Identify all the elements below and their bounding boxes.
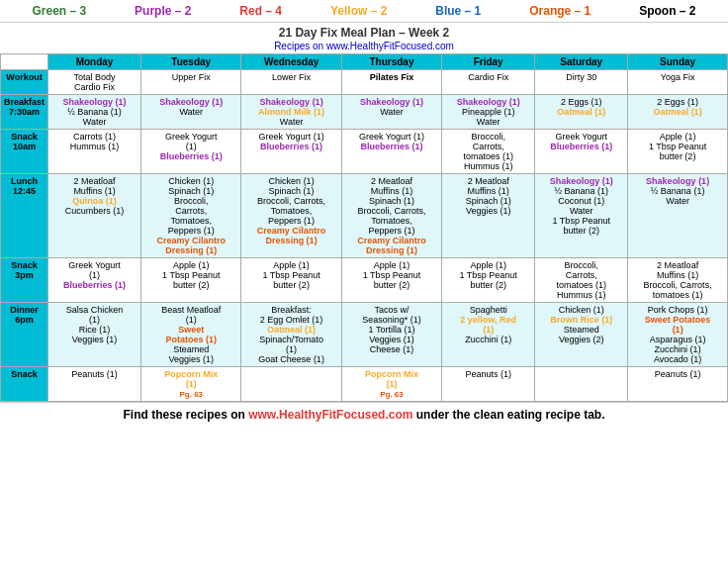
legend-green: Green – 3	[32, 4, 86, 18]
row-label-breakfast: Breakfast7:30am	[1, 95, 48, 130]
legend-yellow: Yellow – 2	[330, 4, 387, 18]
header-saturday: Saturday	[535, 54, 628, 70]
thu-dinner: Tacos w/Seasoning* (1)1 Tortilla (1)Vegg…	[341, 303, 441, 367]
header-friday: Friday	[442, 54, 535, 70]
legend-orange: Orange – 1	[529, 4, 591, 18]
table-row: Snack3pm Greek Yogurt(1) Blueberries (1)…	[1, 258, 728, 303]
wed-breakfast: Shakeology (1) Almond Milk (1) Water	[241, 95, 341, 130]
sat-snack1: Greek Yogurt Blueberries (1)	[535, 130, 628, 174]
tue-breakfast: Shakeology (1) Water	[141, 95, 241, 130]
wed-snack1: Greek Yogurt (1) Blueberries (1)	[241, 130, 341, 174]
table-row: Dinner6pm Salsa Chicken(1)Rice (1)Veggie…	[1, 303, 728, 367]
row-label-dinner: Dinner6pm	[1, 303, 48, 367]
sun-snack1: Apple (1)1 Tbsp Peanutbutter (2)	[628, 130, 728, 174]
header-thursday: Thursday	[341, 54, 441, 70]
thu-snack3: Popcorn Mix(1) Pg. 63	[341, 367, 441, 402]
footer-link[interactable]: www.HealthyFitFocused.com	[248, 408, 412, 422]
legend-blue: Blue – 1	[435, 4, 481, 18]
sun-workout: Yoga Fix	[628, 70, 728, 95]
row-label-workout: Workout	[1, 70, 48, 95]
fri-snack2: Apple (1)1 Tbsp Peanutbutter (2)	[442, 258, 535, 303]
wed-lunch: Chicken (1)Spinach (1)Broccoli, Carrots,…	[241, 174, 341, 258]
legend-row: Green – 3 Purple – 2 Red – 4 Yellow – 2 …	[0, 0, 728, 23]
tue-dinner: Beast Meatloaf(1) SweetPotatoes (1) Stea…	[141, 303, 241, 367]
tue-workout: Upper Fix	[141, 70, 241, 95]
row-label-snack3: Snack	[1, 367, 48, 402]
mon-dinner: Salsa Chicken(1)Rice (1)Veggies (1)	[48, 303, 141, 367]
header-wednesday: Wednesday	[241, 54, 341, 70]
row-label-lunch: Lunch12:45	[1, 174, 48, 258]
header-sunday: Sunday	[628, 54, 728, 70]
sat-lunch: Shakeology (1) ½ Banana (1)Coconut (1)Wa…	[535, 174, 628, 258]
sat-snack3	[535, 367, 628, 402]
mon-snack3: Peanuts (1)	[48, 367, 141, 402]
legend-purple: Purple – 2	[135, 4, 191, 18]
thu-snack1: Greek Yogurt (1) Blueberries (1)	[341, 130, 441, 174]
wed-snack3	[241, 367, 341, 402]
wed-snack2: Apple (1)1 Tbsp Peanutbutter (2)	[241, 258, 341, 303]
sun-lunch: Shakeology (1) ½ Banana (1)Water	[628, 174, 728, 258]
wed-dinner: Breakfast:2 Egg Omlet (1) Oatmeal (1) Sp…	[241, 303, 341, 367]
tue-snack3: Popcorn Mix(1) Pg. 63	[141, 367, 241, 402]
mon-workout: Total BodyCardio Fix	[48, 70, 141, 95]
header-empty	[1, 54, 48, 70]
thu-workout: Pilates Fix	[341, 70, 441, 95]
header-tuesday: Tuesday	[141, 54, 241, 70]
table-row: Snack Peanuts (1) Popcorn Mix(1) Pg. 63 …	[1, 367, 728, 402]
legend-red: Red – 4	[239, 4, 282, 18]
thu-lunch: 2 MeatloafMuffins (1)Spinach (1)Broccoli…	[341, 174, 441, 258]
meal-plan-table: Monday Tuesday Wednesday Thursday Friday…	[0, 53, 728, 402]
mon-snack2: Greek Yogurt(1) Blueberries (1)	[48, 258, 141, 303]
sat-workout: Dirty 30	[535, 70, 628, 95]
wed-workout: Lower Fix	[241, 70, 341, 95]
fri-snack1: Broccoli,Carrots,tomatoes (1)Hummus (1)	[442, 130, 535, 174]
page-title: 21 Day Fix Meal Plan – Week 2	[0, 23, 728, 41]
sun-snack2: 2 MeatloafMuffins (1)Broccoli, Carrots,t…	[628, 258, 728, 303]
sun-breakfast: 2 Eggs (1) Oatmeal (1)	[628, 95, 728, 130]
sun-dinner: Pork Chops (1) Sweet Potatoes(1) Asparag…	[628, 303, 728, 367]
table-row: Workout Total BodyCardio Fix Upper Fix L…	[1, 70, 728, 95]
thu-snack2: Apple (1)1 Tbsp Peanutbutter (2)	[341, 258, 441, 303]
sun-snack3: Peanuts (1)	[628, 367, 728, 402]
sat-snack2: Broccoli,Carrots,tomatoes (1)Hummus (1)	[535, 258, 628, 303]
header-monday: Monday	[48, 54, 141, 70]
thu-breakfast: Shakeology (1) Water	[341, 95, 441, 130]
page-subtitle: Recipes on www.HealthyFitFocused.com	[0, 41, 728, 51]
row-label-snack2: Snack3pm	[1, 258, 48, 303]
table-row: Breakfast7:30am Shakeology (1) ½ Banana …	[1, 95, 728, 130]
footer: Find these recipes on www.HealthyFitFocu…	[0, 402, 728, 427]
fri-dinner: Spaghetti 2 yellow, Red(1) Zucchini (1)	[442, 303, 535, 367]
legend-spoon: Spoon – 2	[639, 4, 695, 18]
sat-dinner: Chicken (1) Brown Rice (1) SteamedVeggie…	[535, 303, 628, 367]
row-label-snack1: Snack10am	[1, 130, 48, 174]
mon-snack1: Carrots (1)Hummus (1)	[48, 130, 141, 174]
fri-lunch: 2 MeatloafMuffins (1)Spinach (1)Veggies …	[442, 174, 535, 258]
fri-snack3: Peanuts (1)	[442, 367, 535, 402]
page-container: Green – 3 Purple – 2 Red – 4 Yellow – 2 …	[0, 0, 728, 427]
fri-breakfast: Shakeology (1) Pineapple (1)Water	[442, 95, 535, 130]
tue-snack1: Greek Yogurt(1) Blueberries (1)	[141, 130, 241, 174]
mon-breakfast: Shakeology (1) ½ Banana (1)Water	[48, 95, 141, 130]
table-row: Snack10am Carrots (1)Hummus (1) Greek Yo…	[1, 130, 728, 174]
tue-snack2: Apple (1)1 Tbsp Peanutbutter (2)	[141, 258, 241, 303]
table-row: Lunch12:45 2 MeatloafMuffins (1) Quinoa …	[1, 174, 728, 258]
tue-lunch: Chicken (1)Spinach (1)Broccoli,Carrots,T…	[141, 174, 241, 258]
sat-breakfast: 2 Eggs (1) Oatmeal (1)	[535, 95, 628, 130]
mon-lunch: 2 MeatloafMuffins (1) Quinoa (1) Cucumbe…	[48, 174, 141, 258]
fri-workout: Cardio Fix	[442, 70, 535, 95]
